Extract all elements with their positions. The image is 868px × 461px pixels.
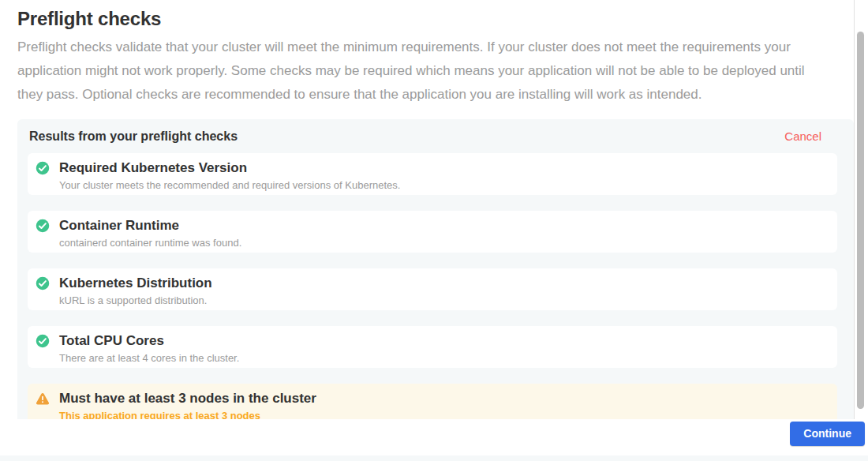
check-title: Container Runtime xyxy=(59,218,241,233)
check-circle-icon xyxy=(36,276,50,290)
preflight-check-row: Required Kubernetes Version Your cluster… xyxy=(28,153,837,195)
footer-bar: Continue xyxy=(0,419,868,461)
footer-bottom-strip xyxy=(0,455,868,461)
check-circle-icon xyxy=(36,334,50,348)
page-title: Preflight checks xyxy=(17,8,854,30)
cancel-link[interactable]: Cancel xyxy=(784,129,821,143)
preflight-content-area: Preflight checks Preflight checks valida… xyxy=(0,0,855,419)
preflight-check-row: Must have at least 3 nodes in the cluste… xyxy=(28,384,837,419)
check-circle-icon xyxy=(36,161,50,175)
check-title: Total CPU Cores xyxy=(59,333,239,348)
vertical-scrollbar-thumb[interactable] xyxy=(857,32,864,409)
continue-button[interactable]: Continue xyxy=(790,422,865,446)
panel-heading: Results from your preflight checks xyxy=(29,129,238,144)
panel-header: Results from your preflight checks Cance… xyxy=(17,129,854,144)
check-title: Must have at least 3 nodes in the cluste… xyxy=(59,391,316,406)
check-message: kURL is a supported distribution. xyxy=(59,294,212,306)
check-title: Kubernetes Distribution xyxy=(59,275,212,290)
check-message: This application requires at least 3 nod… xyxy=(59,410,316,419)
check-message: Your cluster meets the recommended and r… xyxy=(59,179,400,191)
page-description: Preflight checks validate that your clus… xyxy=(17,36,831,107)
check-list: Required Kubernetes Version Your cluster… xyxy=(17,153,854,419)
check-circle-icon xyxy=(36,219,50,233)
preflight-results-panel: Results from your preflight checks Cance… xyxy=(17,119,854,419)
check-message: There are at least 4 cores in the cluste… xyxy=(59,352,239,364)
check-title: Required Kubernetes Version xyxy=(59,160,400,175)
preflight-check-row: Kubernetes Distribution kURL is a suppor… xyxy=(28,268,837,310)
check-message: containerd container runtime was found. xyxy=(59,237,241,249)
preflight-check-row: Total CPU Cores There are at least 4 cor… xyxy=(28,326,837,368)
warning-triangle-icon xyxy=(36,392,50,406)
preflight-check-row: Container Runtime containerd container r… xyxy=(28,211,837,253)
